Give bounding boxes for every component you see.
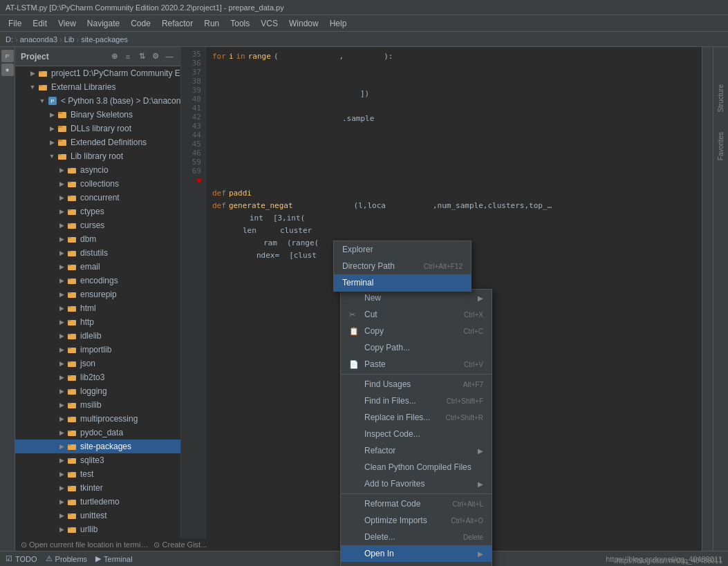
tree-item-ensurepip[interactable]: ▶ensurepip [15,287,180,301]
tree-item-html[interactable]: ▶html [15,301,180,315]
tree-item-dlls[interactable]: ▶DLLs library root [15,122,180,135]
tree-container[interactable]: ▶project1 D:\PyCharm Community Editio▼Ex… [15,66,180,566]
tree-item-importlib[interactable]: ▶importlib [15,343,180,357]
tree-arrow-logging: ▶ [57,386,66,396]
tree-item-python38[interactable]: ▼P< Python 3.8 (base) > D:\anaconda3 [15,94,180,108]
menu-view[interactable]: View [53,17,82,30]
tree-item-lib2to3[interactable]: ▶lib2to3 [15,370,180,384]
tree-item-external-libs[interactable]: ▼External Libraries [15,80,180,94]
list-icon[interactable]: ≡ [122,51,133,62]
ctx-optimize[interactable]: Optimize Imports Ctrl+Alt+O [341,512,492,529]
ctx-add-favorites[interactable]: Add to Favorites ▶ [341,475,492,492]
tree-item-http[interactable]: ▶http [15,315,180,329]
settings-icon[interactable]: ⚙ [150,51,161,62]
tree-label-binary-skeletons: Binary Skeletons [71,110,133,120]
tree-item-idlelib[interactable]: ▶idlelib [15,329,180,343]
info-open-terminal[interactable]: ⊙ Open current file location in termi… [21,540,148,549]
favorites-label[interactable]: Favorites [716,129,726,163]
tab-terminal[interactable]: ▶ Terminal [95,554,133,563]
menu-tools[interactable]: Tools [225,17,255,30]
tree-item-site-packages[interactable]: ▶site-packages [15,440,180,453]
svg-rect-39 [68,334,71,335]
menu-code[interactable]: Code [125,17,156,30]
ctx-copy[interactable]: 📋 Copy Ctrl+C [341,323,492,339]
menu-navigate[interactable]: Navigate [82,17,125,30]
tree-icon-external-libs [37,82,48,93]
tree-item-asyncio[interactable]: ▶asyncio [15,163,180,177]
breadcrumb-anaconda3[interactable]: anaconda3 [20,35,57,44]
info-create-gist[interactable]: ⊙ Create Gist... [153,540,207,549]
ctx-paste[interactable]: 📄 Paste Ctrl+V [341,356,492,372]
tree-arrow-binary-skeletons: ▶ [47,110,57,120]
tree-item-encodings[interactable]: ▶encodings [15,274,180,287]
ctx-delete-shortcut: Delete [463,534,483,541]
add-icon[interactable]: ⊕ [109,51,120,62]
tree-item-json[interactable]: ▶json [15,357,180,370]
panel-title: Project [21,52,49,62]
ctx-cut[interactable]: ✂ Cut Ctrl+X [341,306,492,323]
tree-item-curses[interactable]: ▶curses [15,218,180,232]
tree-item-unittest[interactable]: ▶unittest [15,509,180,522]
structure-label[interactable]: Structure [716,82,726,115]
tree-arrow-curses: ▶ [57,220,66,230]
tree-icon-pydoc_data [66,427,77,438]
tree-item-turtledemo[interactable]: ▶turtledemo [15,495,180,509]
tree-item-extended-defs[interactable]: ▶Extended Definitions [15,135,180,149]
ctx-replace-in-files[interactable]: Replace in Files... Ctrl+Shift+R [341,409,492,426]
submenu-directory-path[interactable]: Directory Path Ctrl+Alt+F12 [334,258,471,274]
tree-item-email[interactable]: ▶email [15,260,180,274]
favorites-icon[interactable]: ★ [1,64,14,76]
ctx-find-in-files[interactable]: Find in Files... Ctrl+Shift+F [341,393,492,409]
ctx-delete[interactable]: Delete... Delete [341,529,492,545]
ctx-refactor[interactable]: Refactor ▶ [341,442,492,459]
sort-icon[interactable]: ⇅ [136,51,147,62]
tree-item-collections[interactable]: ▶collections [15,177,180,191]
tree-icon-ensurepip [66,289,77,300]
submenu-terminal[interactable]: Terminal [334,274,471,291]
tree-item-tkinter[interactable]: ▶tkinter [15,481,180,495]
tab-problems[interactable]: ⚠ Problems [46,554,87,563]
ctx-open-in[interactable]: Open In ▶ [341,545,492,562]
tree-item-pydoc_data[interactable]: ▶pydoc_data [15,426,180,440]
tree-item-dbm[interactable]: ▶dbm [15,232,180,246]
tree-item-project1[interactable]: ▶project1 D:\PyCharm Community Editio [15,66,180,80]
project-icon[interactable]: P [1,50,14,62]
menu-file[interactable]: File [3,17,27,30]
ctx-new[interactable]: New ▶ [341,290,492,306]
tree-item-msilib[interactable]: ▶msilib [15,398,180,412]
menu-edit[interactable]: Edit [27,17,53,30]
tree-item-test[interactable]: ▶test [15,467,180,481]
tree-item-multiprocessing[interactable]: ▶multiprocessing [15,412,180,426]
tree-icon-urllib [66,524,77,535]
ctx-reformat[interactable]: Reformat Code Ctrl+Alt+L [341,496,492,512]
breadcrumb-d[interactable]: D: [6,35,13,44]
submenu-explorer[interactable]: Explorer [334,241,471,258]
tree-item-lib[interactable]: ▼Lib library root [15,149,180,163]
menu-help[interactable]: Help [324,17,353,30]
tree-item-distutils[interactable]: ▶distutils [15,246,180,260]
breadcrumb-site-packages[interactable]: site-packages [81,35,128,44]
ctx-inspect-code[interactable]: Inspect Code... [341,426,492,442]
ctx-copy-path[interactable]: Copy Path... [341,339,492,356]
menu-run[interactable]: Run [198,17,225,30]
breadcrumb-lib[interactable]: Lib [64,35,75,44]
tree-arrow-python38: ▼ [37,96,47,106]
tree-item-concurrent[interactable]: ▶concurrent [15,191,180,205]
tree-item-binary-skeletons[interactable]: ▶Binary Skeletons [15,108,180,122]
menu-window[interactable]: Window [283,17,324,30]
tree-item-logging[interactable]: ▶logging [15,384,180,398]
minimize-icon[interactable]: — [164,51,175,62]
tree-item-urllib[interactable]: ▶urllib [15,522,180,536]
ctx-local-history[interactable]: Local History ▶ [341,562,492,566]
menu-vcs[interactable]: VCS [255,17,283,30]
tab-todo[interactable]: ☑ TODO [6,554,37,563]
tree-icon-turtledemo [66,496,77,507]
tree-item-ctypes[interactable]: ▶ctypes [15,205,180,218]
tree-item-sqlite3[interactable]: ▶sqlite3 [15,453,180,467]
ctx-copy-label: Copy [364,326,384,336]
ctx-clean-python[interactable]: Clean Python Compiled Files [341,459,492,475]
menu-refactor[interactable]: Refactor [156,17,198,30]
ctx-find-in-files-shortcut: Ctrl+Shift+F [447,397,483,405]
ctx-find-usages[interactable]: Find Usages Alt+F7 [341,376,492,393]
tree-arrow-dlls: ▶ [47,124,57,133]
